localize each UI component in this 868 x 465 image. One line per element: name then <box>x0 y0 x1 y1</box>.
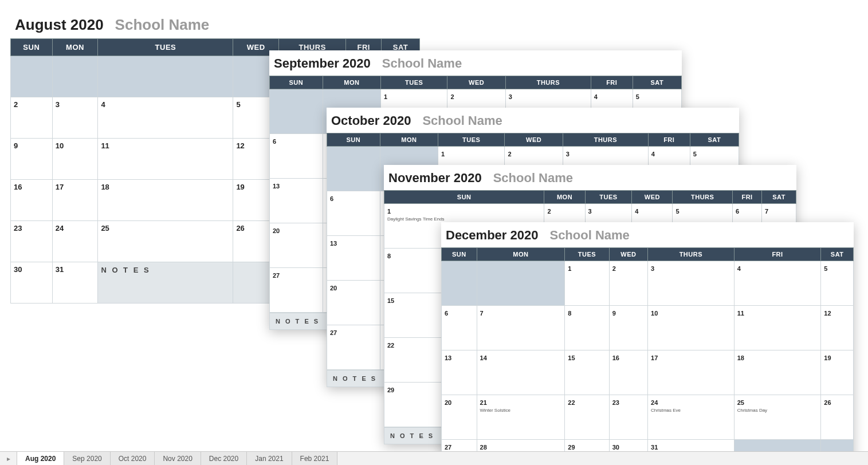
day-number: 27 <box>330 329 337 336</box>
day-header: TUES <box>438 133 505 147</box>
day-number: 22 <box>568 399 575 406</box>
school-name: School Name <box>549 228 629 243</box>
day-header: MON <box>544 191 585 204</box>
day-number: 22 <box>387 342 394 349</box>
day-header: TUES <box>585 191 632 204</box>
calendar-cell[interactable]: 11 <box>98 139 233 180</box>
day-number: 5 <box>824 265 827 272</box>
day-number: 6 <box>273 138 276 145</box>
calendar-cell[interactable]: 17 <box>648 350 735 395</box>
calendar-cell[interactable]: 16 <box>11 180 53 221</box>
calendar-cell[interactable] <box>98 56 233 97</box>
sheet-tab[interactable]: Jan 2021 <box>247 452 292 465</box>
day-header: THURS <box>648 248 735 261</box>
calendar-cell[interactable]: 3 <box>648 261 735 306</box>
calendar-cell[interactable]: 19 <box>821 350 854 395</box>
calendar-cell[interactable]: 8 <box>565 306 609 350</box>
day-number: 11 <box>101 141 109 150</box>
calendar-cell[interactable]: 3 <box>52 97 98 139</box>
month-title: September 2020 <box>274 56 371 71</box>
calendar-cell[interactable]: 13 <box>327 236 380 281</box>
calendar-cell[interactable]: 13 <box>270 179 323 223</box>
calendar-cell[interactable]: 1 <box>565 261 609 306</box>
day-number: 10 <box>651 310 658 317</box>
calendar-cell[interactable]: 18 <box>734 350 821 395</box>
sheet-tab[interactable]: Oct 2020 <box>111 452 155 465</box>
tab-nav-arrow-icon[interactable]: ▸ <box>0 452 17 465</box>
title-row: August 2020 School Name <box>10 10 420 38</box>
day-number: 4 <box>737 265 741 272</box>
calendar-cell[interactable]: 25Christmas Day <box>734 395 821 440</box>
calendar-cell[interactable]: 9 <box>609 306 647 350</box>
calendar-cell[interactable]: 6 <box>442 306 477 350</box>
calendar-cell[interactable]: 20 <box>270 223 323 268</box>
calendar-cell[interactable]: 23 <box>11 221 53 262</box>
day-number: 2 <box>14 100 18 109</box>
day-header: FRI <box>733 191 762 204</box>
calendar-cell[interactable] <box>11 56 53 97</box>
calendar-cell[interactable]: 31 <box>52 262 98 304</box>
day-number: 6 <box>445 310 448 317</box>
calendar-cell[interactable]: 21Winter Solstice <box>477 395 565 440</box>
calendar-cell[interactable]: 23 <box>609 395 647 440</box>
day-number: 3 <box>509 93 512 100</box>
calendar-cell[interactable]: 10 <box>52 139 98 180</box>
day-number: 1 <box>384 93 387 100</box>
calendar-cell[interactable]: 2 <box>609 261 647 306</box>
sheet-tab[interactable]: Aug 2020 <box>17 452 64 465</box>
calendar-cell[interactable]: 13 <box>442 350 477 395</box>
calendar-cell[interactable]: 2 <box>11 97 53 139</box>
calendar-cell[interactable]: 20 <box>442 395 477 440</box>
day-number: 28 <box>480 444 487 451</box>
calendar-cell[interactable] <box>477 261 565 306</box>
calendar-cell[interactable]: 6 <box>270 134 323 179</box>
calendar-cell[interactable]: 27 <box>270 268 323 313</box>
day-number: 19 <box>824 354 831 361</box>
sheet-tab[interactable]: Dec 2020 <box>201 452 247 465</box>
sheet-tab[interactable]: Feb 2021 <box>292 452 338 465</box>
calendar-cell[interactable] <box>442 261 477 306</box>
calendar-cell[interactable]: 15 <box>565 350 609 395</box>
calendar-cell[interactable]: 14 <box>477 350 565 395</box>
day-number: 20 <box>273 227 280 234</box>
calendar-cell[interactable]: 9 <box>11 139 53 180</box>
calendar-cell[interactable]: 17 <box>52 180 98 221</box>
calendar-cell[interactable]: 26 <box>821 395 854 440</box>
day-number: 1 <box>568 265 571 272</box>
day-header: SUN <box>327 133 380 147</box>
calendar-cell[interactable]: 10 <box>648 306 735 350</box>
day-number: 30 <box>612 444 619 451</box>
calendar-cell[interactable] <box>327 147 380 191</box>
calendar-cell[interactable] <box>52 56 98 97</box>
title-row: November 2020 School Name <box>384 165 796 190</box>
calendar-cell[interactable]: 11 <box>734 306 821 350</box>
calendar-cell[interactable]: 27 <box>327 325 380 370</box>
day-number: 5 <box>636 93 639 100</box>
day-header: MON <box>323 76 380 89</box>
calendar-cell[interactable]: 4 <box>98 97 233 139</box>
calendar-cell[interactable]: 22 <box>565 395 609 440</box>
calendar-cell[interactable]: 5 <box>821 261 854 306</box>
calendar-cell[interactable]: 4 <box>734 261 821 306</box>
calendar-cell[interactable]: 7 <box>477 306 565 350</box>
day-number: 4 <box>594 93 598 100</box>
calendar-cell[interactable]: 18 <box>98 180 233 221</box>
calendar-cell[interactable]: 24 <box>52 221 98 262</box>
sheet-tab[interactable]: Nov 2020 <box>155 452 201 465</box>
calendar-cell[interactable]: 6 <box>327 191 380 236</box>
calendar-cell[interactable]: 25 <box>98 221 233 262</box>
calendar-cell[interactable] <box>270 89 323 134</box>
day-number: 17 <box>651 354 658 361</box>
day-number: 5 <box>675 208 679 215</box>
day-header: MON <box>52 39 98 56</box>
calendar-cell[interactable]: 20 <box>327 281 380 325</box>
day-header: FRI <box>591 76 633 89</box>
calendar-cell[interactable]: 30 <box>11 262 53 304</box>
calendar-cell[interactable]: 12 <box>821 306 854 350</box>
day-number: 3 <box>56 100 60 109</box>
day-header: SAT <box>762 191 796 204</box>
day-header: WED <box>505 133 563 147</box>
calendar-cell[interactable]: 24Christmas Eve <box>648 395 735 440</box>
calendar-cell[interactable]: 16 <box>609 350 647 395</box>
sheet-tab[interactable]: Sep 2020 <box>64 452 110 465</box>
